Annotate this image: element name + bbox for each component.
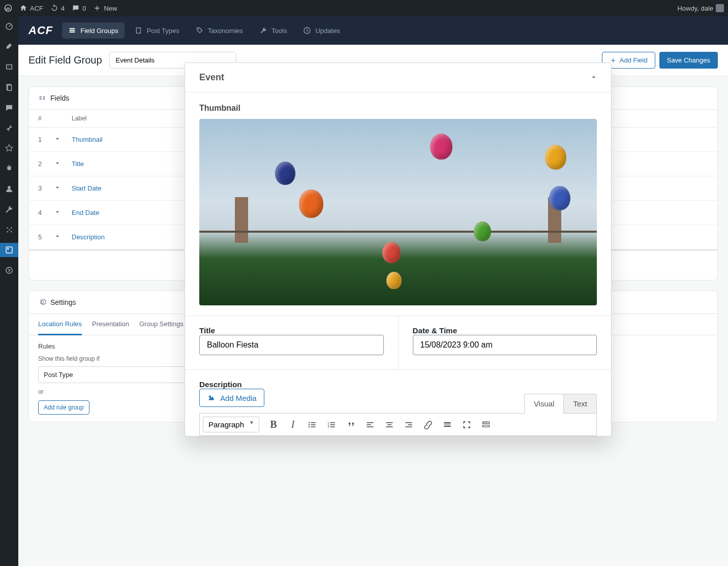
description-field: Description Add Media Visual Text Paragr… [185, 369, 611, 436]
field-number: 3 [38, 184, 53, 192]
tab-location-rules[interactable]: Location Rules [38, 314, 82, 335]
rail-comments-icon[interactable] [0, 101, 18, 115]
italic-button[interactable]: I [284, 416, 302, 434]
fields-icon [38, 94, 46, 102]
rail-appearance-icon[interactable] [0, 141, 18, 155]
rail-settings-icon[interactable] [0, 223, 18, 237]
svg-rect-35 [408, 424, 412, 425]
insert-more-button[interactable] [438, 416, 457, 434]
chevron-down-icon[interactable] [53, 135, 72, 144]
svg-point-6 [8, 186, 11, 189]
align-right-button[interactable] [400, 416, 418, 434]
svg-point-3 [8, 66, 9, 67]
title-input[interactable] [199, 335, 384, 355]
format-select[interactable]: Paragraph [203, 417, 259, 432]
page-title: Edit Field Group [28, 54, 102, 66]
tab-tools[interactable]: Tools [253, 22, 293, 39]
chevron-down-icon[interactable] [53, 208, 72, 217]
chevron-down-icon[interactable] [53, 183, 72, 193]
acf-header: ACF Field Groups Post Types Taxonomies T… [18, 16, 728, 45]
bold-button[interactable]: B [264, 416, 283, 434]
balloon-icon [299, 190, 323, 217]
site-home[interactable]: ACF [19, 4, 43, 12]
save-button[interactable]: Save Changes [659, 52, 718, 69]
add-rule-group-button[interactable]: Add rule group [38, 400, 89, 415]
balloon-icon [430, 134, 452, 160]
field-label[interactable]: Thumbnail [72, 136, 103, 143]
svg-rect-27 [330, 426, 335, 427]
rail-plugins-icon[interactable] [0, 162, 18, 176]
chevron-down-icon[interactable] [53, 159, 72, 169]
howdy-user[interactable]: Howdy, dale [677, 4, 724, 12]
tab-group-settings[interactable]: Group Settings [139, 314, 184, 335]
number-list-button[interactable]: 123 [322, 416, 341, 434]
align-left-button[interactable] [361, 416, 379, 434]
svg-rect-12 [70, 32, 75, 33]
tab-post-types[interactable]: Post Types [129, 22, 186, 39]
quote-button[interactable] [342, 416, 360, 434]
rail-users-icon[interactable] [0, 182, 18, 196]
field-number: 4 [38, 209, 53, 216]
bullet-list-button[interactable] [303, 416, 321, 434]
rail-posts-icon[interactable] [0, 40, 18, 54]
bridge-tower [235, 197, 248, 243]
rail-pin-icon[interactable] [0, 121, 18, 135]
acf-tabs: Field Groups Post Types Taxonomies Tools… [62, 22, 346, 39]
datetime-input[interactable] [413, 335, 597, 355]
thumbnail-label: Thumbnail [199, 104, 597, 113]
svg-rect-5 [8, 85, 12, 91]
rail-media-icon[interactable] [0, 60, 18, 74]
svg-rect-13 [136, 28, 140, 34]
toolbar-toggle-button[interactable] [477, 416, 495, 434]
svg-rect-10 [70, 28, 75, 29]
link-button[interactable] [419, 416, 437, 434]
field-label[interactable]: Start Date [72, 184, 102, 192]
svg-rect-44 [486, 422, 487, 423]
thumbnail-image[interactable] [199, 119, 597, 305]
svg-point-20 [309, 426, 310, 427]
svg-rect-41 [482, 425, 489, 426]
svg-point-14 [198, 28, 199, 29]
field-label[interactable]: End Date [72, 209, 99, 216]
tab-field-groups[interactable]: Field Groups [62, 22, 124, 39]
updates[interactable]: 4 [50, 4, 65, 12]
fullscreen-button[interactable] [458, 416, 476, 434]
visual-tab[interactable]: Visual [524, 394, 564, 414]
field-number: 1 [38, 136, 53, 143]
rail-tools-icon[interactable] [0, 202, 18, 216]
text-tab[interactable]: Text [563, 394, 597, 414]
chevron-down-icon[interactable] [53, 232, 72, 242]
svg-rect-7 [6, 247, 12, 253]
svg-rect-33 [386, 426, 392, 427]
event-metabox-header: Event [185, 63, 611, 92]
event-title: Event [199, 72, 224, 83]
description-label: Description [199, 380, 597, 389]
svg-rect-29 [367, 424, 371, 425]
field-label[interactable]: Description [72, 233, 105, 241]
tab-updates[interactable]: Updates [297, 22, 346, 39]
svg-rect-25 [330, 424, 335, 425]
editor-toolbar: Paragraph B I 123 [199, 413, 597, 436]
rail-acf-icon[interactable] [0, 243, 18, 257]
field-number: 5 [38, 233, 53, 241]
add-media-button[interactable]: Add Media [199, 389, 264, 407]
rail-dashboard-icon[interactable] [0, 19, 18, 34]
svg-rect-43 [485, 422, 486, 423]
field-label[interactable]: Title [72, 160, 84, 168]
balloon-icon [549, 186, 570, 210]
event-metabox: Event Thumbnail Title Date & Time Descri [185, 62, 612, 436]
rail-pages-icon[interactable] [0, 80, 18, 95]
comments[interactable]: 0 [72, 4, 86, 12]
tab-presentation[interactable]: Presentation [92, 314, 129, 335]
balloon-icon [386, 272, 402, 290]
new-content[interactable]: New [93, 4, 117, 12]
rail-collapse-icon[interactable] [0, 263, 18, 277]
tab-taxonomies[interactable]: Taxonomies [190, 22, 249, 39]
collapse-toggle-icon[interactable] [591, 74, 597, 81]
svg-rect-8 [7, 248, 9, 249]
svg-rect-36 [405, 426, 412, 427]
field-number: 2 [38, 160, 53, 168]
align-center-button[interactable] [380, 416, 399, 434]
wp-logo-icon[interactable] [4, 4, 12, 12]
post-type-select[interactable]: Post Type [38, 366, 191, 383]
